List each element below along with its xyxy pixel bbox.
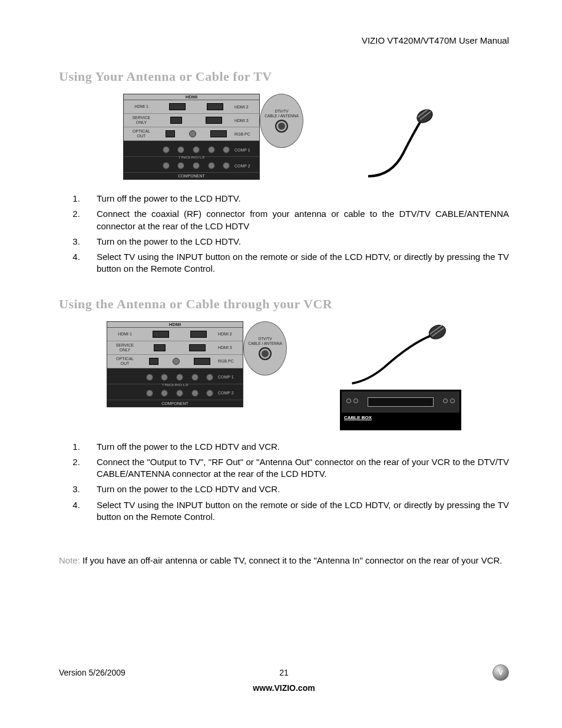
comp-r xyxy=(223,146,230,153)
p2-comp-y xyxy=(146,374,153,381)
comp2-y xyxy=(163,162,170,169)
service-port xyxy=(170,117,182,124)
p2-comp2-label: COMP 2 xyxy=(217,391,243,395)
optical-port xyxy=(166,130,175,137)
hdmi2-label: HDMI 2 xyxy=(233,105,259,109)
p2-hdmi3-port xyxy=(189,344,206,351)
comp-pr xyxy=(193,146,200,153)
comp1-label: COMP 1 xyxy=(233,148,259,152)
section-1-steps: Turn off the power to the LCD HDTV. Conn… xyxy=(59,193,509,279)
comp-pb xyxy=(177,146,184,153)
panel2-top-label: HDMI xyxy=(107,322,243,328)
p2-audio-jack xyxy=(173,358,180,365)
connector-panel-1: HDMI HDMI 1 HDMI 2 SERVICE ONLY HDMI 3 O… xyxy=(123,94,303,180)
p2-component-label: COMPONENT xyxy=(107,400,243,406)
page-footer: Version 5/26/2009 21 V www.VIZIO.com xyxy=(59,664,509,693)
comp2-l xyxy=(208,162,215,169)
component-label: COMPONENT xyxy=(124,173,259,178)
p2-comp2-y xyxy=(146,390,153,397)
p2-optical-label: OPTICAL OUT xyxy=(107,357,143,366)
page-header: VIZIO VT420M/VT470M User Manual xyxy=(59,35,509,45)
rgb-port xyxy=(210,130,227,137)
comp-y xyxy=(163,146,170,153)
p2-comp2-pb xyxy=(161,390,168,397)
p2-comp-r xyxy=(206,374,213,381)
s2-step-1: Turn off the power to the LCD HDTV and V… xyxy=(82,441,509,453)
hdmi3-port xyxy=(206,117,222,124)
section-1-heading: Using Your Antenna or Cable for TV xyxy=(59,69,509,84)
footer-page-number: 21 xyxy=(59,668,509,677)
service-only-label: SERVICE ONLY xyxy=(124,116,159,125)
p2-comp1-label: COMP 1 xyxy=(217,375,243,379)
ant-line1: DTV/TV xyxy=(275,109,288,114)
cable-box-label: CABLE BOX xyxy=(340,414,461,421)
note-label: Note: xyxy=(59,555,80,565)
comp2-pr xyxy=(193,162,200,169)
section-1-figure: HDMI HDMI 1 HDMI 2 SERVICE ONLY HDMI 3 O… xyxy=(59,94,509,182)
p2-hdmi3-label: HDMI 3 xyxy=(217,345,243,350)
hdmi2-port xyxy=(207,103,223,110)
p2-comp-l xyxy=(191,374,199,381)
p2-comp2-pr xyxy=(176,390,183,397)
audio-jack xyxy=(189,130,196,137)
s1-step-4: Select TV using the INPUT button on the … xyxy=(82,251,509,275)
section-2-heading: Using the Antenna or Cable through your … xyxy=(59,297,509,312)
hdmi1-label: HDMI 1 xyxy=(124,104,159,109)
comp-l xyxy=(208,146,215,153)
p2-hdmi1-label: HDMI 1 xyxy=(107,332,143,337)
cb-dot-r2 xyxy=(450,398,455,403)
s2-step-2: Connect the "Output to TV", "RF Out" or … xyxy=(82,456,509,480)
hdmi3-label: HDMI 3 xyxy=(233,118,259,123)
cb-dot-l2 xyxy=(353,398,358,403)
comp2-r xyxy=(223,162,230,169)
p2-ant-line1: DTV/TV xyxy=(258,337,272,341)
p2-service-port xyxy=(154,344,166,351)
p2-service-label: SERVICE ONLY xyxy=(107,343,143,353)
p2-hdmi1-port xyxy=(153,331,169,338)
section-2-steps: Turn off the power to the LCD HDTV and V… xyxy=(59,441,509,527)
antenna-connector-1: DTV/TV CABLE / ANTENNA xyxy=(260,94,303,148)
ant-line2: CABLE / ANTENNA xyxy=(265,114,298,118)
p2-comp2-l xyxy=(191,390,199,397)
cb-dot-l1 xyxy=(346,398,351,403)
coax-jack-icon xyxy=(275,120,288,133)
s1-step-1: Turn off the power to the LCD HDTV. xyxy=(82,193,509,205)
optical-out-label: OPTICAL OUT xyxy=(124,129,159,139)
p2-hdmi2-port xyxy=(190,331,207,338)
p2-hdmi2-label: HDMI 2 xyxy=(217,332,243,336)
p2-comp-pb xyxy=(161,374,168,381)
footer-url: www.VIZIO.com xyxy=(59,683,509,693)
comp2-label: COMP 2 xyxy=(233,164,259,168)
s1-step-2: Connect the coaxial (RF) connector from … xyxy=(82,208,509,232)
coax-cable-icon-2 xyxy=(342,321,459,386)
p2-ant-line2: CABLE / ANTENNA xyxy=(248,341,282,346)
hdmi1-port xyxy=(169,103,186,110)
antenna-connector-2: DTV/TV CABLE / ANTENNA xyxy=(243,321,287,375)
note-text: If you have an off-air antenna or cable … xyxy=(80,555,503,565)
s1-step-3: Turn on the power to the LCD HDTV. xyxy=(82,236,509,248)
cable-box-diagram: CABLE BOX xyxy=(340,390,461,430)
rgbpc-label: RGB PC xyxy=(233,132,259,136)
p2-rgb-port xyxy=(194,358,210,365)
p2-comp-pr xyxy=(176,374,183,381)
p2-rgbpc-label: RGB PC xyxy=(217,359,243,363)
connector-panel-2: HDMI HDMI 1 HDMI 2 SERVICE ONLY HDMI 3 O… xyxy=(107,321,287,407)
p2-coax-jack-icon xyxy=(259,347,272,360)
section-2-figure: HDMI HDMI 1 HDMI 2 SERVICE ONLY HDMI 3 O… xyxy=(59,321,509,430)
p2-optical-port xyxy=(149,358,158,365)
coax-cable-icon xyxy=(356,94,445,182)
p2-comp2-r xyxy=(206,390,213,397)
s2-step-4: Select TV using the INPUT button on the … xyxy=(82,499,509,523)
cb-slot xyxy=(368,397,434,407)
note-paragraph: Note: If you have an off-air antenna or … xyxy=(59,555,509,566)
s2-step-3: Turn on the power to the LCD HDTV and VC… xyxy=(82,483,509,495)
panel-top-label: HDMI xyxy=(124,94,259,100)
comp2-pb xyxy=(177,162,184,169)
cb-dot-r1 xyxy=(443,398,448,403)
